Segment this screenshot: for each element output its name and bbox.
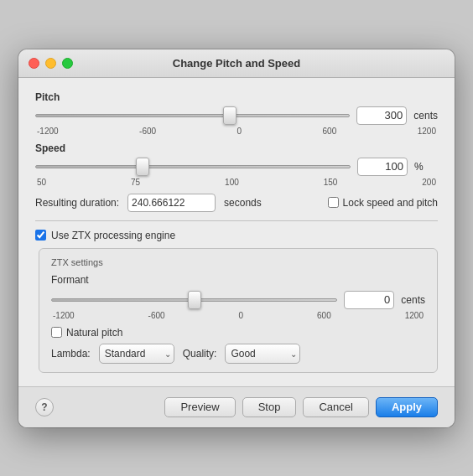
- pitch-section: Pitch cents -1200 -600 0 600 1200: [35, 91, 438, 136]
- ztx-section: Use ZTX processing engine ZTX settings F…: [35, 230, 438, 373]
- ztx-header: Use ZTX processing engine: [35, 230, 438, 241]
- lambda-label: Lambda:: [51, 348, 91, 360]
- formant-slider-row: cents: [51, 291, 425, 309]
- formant-slider[interactable]: [51, 298, 337, 302]
- pitch-slider[interactable]: [35, 114, 350, 117]
- pitch-value-input[interactable]: [356, 106, 407, 125]
- speed-tick-labels: 50 75 100 150 200: [35, 178, 438, 187]
- formant-tick-labels: -1200 -600 0 600 1200: [51, 311, 425, 320]
- window-title: Change Pitch and Speed: [173, 57, 300, 70]
- duration-label: Resulting duration:: [35, 197, 119, 209]
- pitch-unit: cents: [413, 110, 438, 122]
- speed-section: Speed % 50 75 100 150 200: [35, 142, 438, 187]
- ztx-use-label: Use ZTX processing engine: [51, 230, 175, 241]
- footer: ? Preview Stop Cancel Apply: [18, 386, 455, 427]
- ztx-settings-title: ZTX settings: [51, 257, 425, 267]
- duration-input[interactable]: [127, 194, 216, 212]
- main-window: Change Pitch and Speed Pitch cents -1200…: [18, 49, 455, 427]
- ztx-settings-box: ZTX settings Formant cents -1200 -600 0 …: [39, 248, 438, 373]
- ztx-checkbox[interactable]: [35, 230, 46, 241]
- duration-unit: seconds: [224, 197, 262, 209]
- cancel-button[interactable]: Cancel: [303, 397, 368, 417]
- speed-label: Speed: [35, 142, 438, 154]
- natural-pitch-checkbox[interactable]: [51, 327, 62, 338]
- speed-slider-row: %: [35, 158, 438, 176]
- natural-pitch-row: Natural pitch: [51, 327, 425, 339]
- separator: [35, 220, 438, 221]
- lock-checkbox[interactable]: [328, 197, 339, 208]
- maximize-button[interactable]: [62, 58, 73, 69]
- lambda-select-wrapper: Standard High Low ⌄: [99, 344, 174, 364]
- apply-button[interactable]: Apply: [376, 397, 438, 417]
- close-button[interactable]: [29, 58, 39, 69]
- pitch-slider-row: cents: [35, 106, 438, 125]
- traffic-lights: [29, 58, 73, 69]
- quality-label: Quality:: [183, 348, 217, 360]
- natural-pitch-label: Natural pitch: [66, 327, 122, 339]
- speed-slider[interactable]: [35, 165, 351, 168]
- lock-container: Lock speed and pitch: [328, 197, 438, 209]
- lock-label: Lock speed and pitch: [343, 197, 438, 209]
- stop-button[interactable]: Stop: [242, 397, 297, 417]
- titlebar: Change Pitch and Speed: [18, 49, 455, 78]
- formant-value-input[interactable]: [344, 291, 394, 309]
- duration-row: Resulting duration: seconds Lock speed a…: [35, 194, 438, 212]
- pitch-tick-labels: -1200 -600 0 600 1200: [35, 127, 438, 136]
- lambda-quality-row: Lambda: Standard High Low ⌄ Quality: Goo…: [51, 344, 425, 364]
- speed-unit: %: [414, 161, 438, 173]
- lambda-select[interactable]: Standard High Low: [99, 344, 174, 364]
- quality-select-wrapper: Good Better Best ⌄: [225, 344, 300, 364]
- speed-value-input[interactable]: [357, 158, 408, 176]
- formant-label: Formant: [51, 274, 425, 286]
- help-button[interactable]: ?: [35, 398, 54, 416]
- preview-button[interactable]: Preview: [164, 397, 235, 417]
- minimize-button[interactable]: [45, 58, 56, 69]
- pitch-label: Pitch: [35, 91, 438, 103]
- quality-select[interactable]: Good Better Best: [225, 344, 300, 364]
- content-area: Pitch cents -1200 -600 0 600 1200 Speed …: [18, 78, 455, 386]
- formant-unit: cents: [401, 294, 425, 306]
